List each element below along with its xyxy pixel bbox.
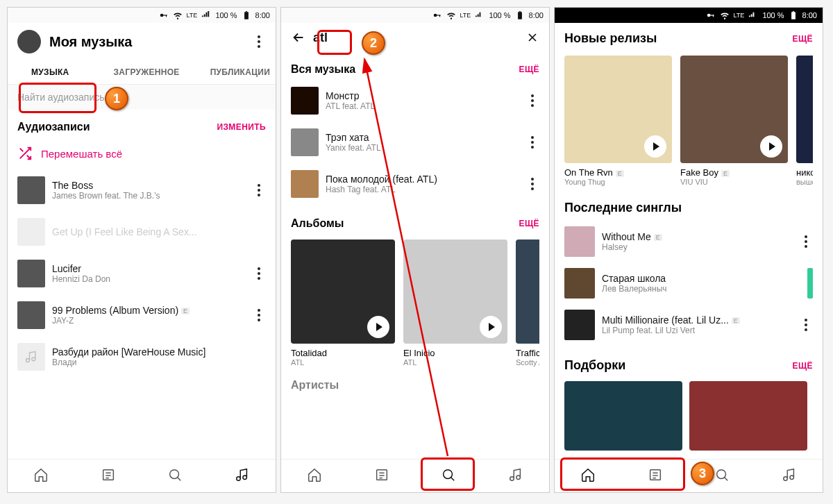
release-card[interactable]: Fake BoyEVIU VIU	[680, 56, 788, 184]
svg-rect-14	[518, 12, 522, 19]
svg-line-33	[725, 477, 728, 480]
nav-feed[interactable]	[101, 467, 116, 485]
key-icon	[159, 10, 169, 20]
wifi-icon	[173, 10, 183, 20]
signal-icon	[748, 10, 758, 20]
track-more-icon[interactable]	[252, 267, 266, 280]
compilation-card[interactable]	[564, 381, 682, 451]
track-row[interactable]: Трэп хатаYanix feat. ATL	[291, 123, 539, 162]
page-title: Моя музыка	[49, 34, 244, 50]
key-icon	[706, 10, 716, 20]
track-row[interactable]: The BossJames Brown feat. The J.B.'s	[17, 171, 266, 210]
section-compilations: Подборки	[564, 358, 625, 373]
play-icon[interactable]	[760, 135, 782, 158]
svg-rect-3	[244, 12, 249, 19]
content: Новые релизыЕЩЁ On The RvnEYoung Thug Fa…	[555, 23, 823, 459]
tab-music[interactable]: МУЗЫКА	[16, 60, 85, 84]
more-link[interactable]: ЕЩЁ	[793, 361, 813, 371]
track-row[interactable]: Without MeEHalsey	[564, 221, 813, 262]
track-row[interactable]: Multi Millionaire (feat. Lil Uz...ELil P…	[564, 304, 813, 346]
shuffle-button[interactable]: Перемешать всё	[17, 139, 266, 168]
nav-search[interactable]	[441, 467, 456, 485]
section-albums: Альбомы	[291, 217, 344, 230]
tab-publications[interactable]: ПУБЛИКАЦИИ	[195, 60, 276, 84]
svg-rect-25	[712, 15, 713, 17]
close-icon[interactable]	[525, 31, 539, 44]
album-card[interactable]: TotalidadATL	[291, 240, 395, 367]
nav-feed[interactable]	[648, 467, 663, 485]
edit-button[interactable]: ИЗМЕНИТЬ	[217, 122, 266, 132]
album-card[interactable]: El InicioATL	[403, 240, 507, 367]
track-more-icon[interactable]	[252, 183, 266, 197]
track-more-icon[interactable]	[799, 318, 813, 332]
svg-rect-13	[439, 15, 439, 17]
track-row[interactable]: LuciferHennizi Da Don	[17, 254, 266, 293]
nav-music[interactable]	[508, 467, 523, 485]
track-row[interactable]: Пока молодой (feat. ATL)Hash Tag feat. A…	[291, 165, 539, 203]
nav-home[interactable]	[580, 467, 596, 485]
avatar[interactable]	[17, 30, 41, 53]
svg-point-0	[160, 14, 163, 17]
svg-rect-26	[791, 12, 796, 19]
header: Моя музыка	[8, 23, 276, 60]
track-more-icon[interactable]	[252, 308, 266, 322]
status-battery: 100 %	[489, 11, 510, 19]
search-input[interactable]: Найти аудиозапись	[8, 85, 276, 110]
nav-feed[interactable]	[374, 467, 389, 485]
more-link[interactable]: ЕЩЁ	[519, 65, 539, 74]
track-row[interactable]: Get Up (I Feel Like Being A Sex...	[17, 212, 266, 251]
wifi-icon	[720, 10, 730, 20]
bottom-nav	[555, 459, 823, 492]
compilation-card[interactable]	[689, 381, 807, 451]
play-icon[interactable]	[644, 135, 666, 158]
track-row[interactable]: МонстрATL feat. ATL	[291, 81, 539, 120]
status-time: 8:00	[529, 11, 544, 19]
more-link[interactable]: ЕЩЁ	[793, 34, 813, 44]
shuffle-label: Перемешать всё	[41, 148, 122, 160]
more-icon[interactable]	[252, 35, 266, 49]
svg-rect-27	[792, 11, 793, 12]
track-more-icon[interactable]	[799, 235, 813, 249]
status-lte: LTE	[734, 12, 745, 19]
search-header	[281, 23, 549, 52]
more-link[interactable]: ЕЩЁ	[519, 219, 539, 228]
nav-music[interactable]	[235, 467, 250, 485]
status-battery: 100 %	[215, 11, 237, 19]
section-audio: Аудиозаписи	[17, 121, 90, 133]
section-all-music: Вся музыка	[291, 63, 355, 76]
svg-point-23	[707, 14, 710, 17]
track-more-icon[interactable]	[525, 135, 539, 149]
battery-icon	[515, 10, 525, 20]
release-card[interactable]: никогда...вышел по...	[796, 56, 813, 184]
nav-search[interactable]	[714, 467, 730, 485]
track-more-icon[interactable]	[525, 94, 539, 108]
track-row[interactable]: Старая школаЛев Валерьяныч	[564, 262, 813, 304]
tabs: МУЗЫКА ЗАГРУЖЕННОЕ ПУБЛИКАЦИИ	[8, 60, 276, 85]
play-icon[interactable]	[480, 316, 502, 338]
content: Аудиозаписи ИЗМЕНИТЬ Перемешать всё The …	[8, 110, 276, 459]
status-lte: LTE	[460, 12, 471, 19]
tab-downloaded[interactable]: ЗАГРУЖЕННОЕ	[99, 60, 195, 84]
signal-icon	[475, 10, 485, 20]
svg-rect-15	[519, 11, 520, 12]
callout-1: 1	[105, 87, 128, 110]
release-card[interactable]: On The RvnEYoung Thug	[564, 56, 672, 184]
play-icon[interactable]	[367, 316, 389, 338]
track-row[interactable]: 99 Problems (Album Version)EJAY-Z	[17, 296, 266, 335]
battery-icon	[789, 10, 798, 20]
bottom-nav	[8, 459, 276, 492]
track-more-icon[interactable]	[525, 177, 539, 191]
back-icon[interactable]	[291, 30, 306, 45]
album-card[interactable]: Traffic Ja...Scotty ATL	[516, 240, 539, 367]
track-row[interactable]: Разбуди район [WareHouse Music]Влади	[17, 337, 266, 376]
status-lte: LTE	[187, 12, 198, 19]
nav-home[interactable]	[307, 467, 322, 485]
svg-point-9	[170, 469, 179, 478]
status-time: 8:00	[802, 11, 817, 19]
nav-home[interactable]	[33, 467, 49, 485]
svg-rect-4	[245, 11, 246, 12]
nav-music[interactable]	[782, 467, 797, 485]
nav-search[interactable]	[167, 467, 183, 485]
search-field[interactable]	[313, 31, 519, 45]
status-bar: LTE 100 % 8:00	[281, 8, 549, 23]
